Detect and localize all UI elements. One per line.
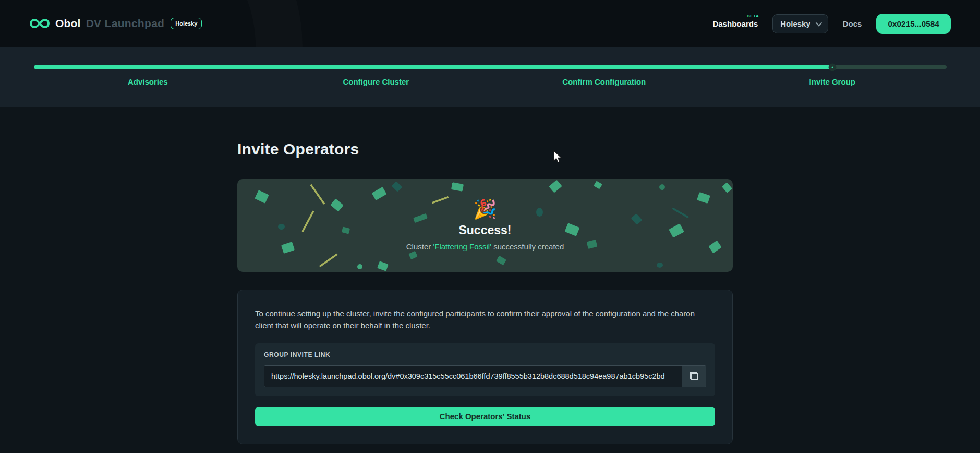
page-title: Invite Operators [237, 140, 980, 158]
beta-tag: BETA [747, 14, 759, 18]
chevron-down-icon [815, 19, 822, 26]
copy-link-button[interactable] [682, 366, 706, 387]
nav-docs-link[interactable]: Docs [843, 19, 862, 28]
step-configure-cluster[interactable]: Configure Cluster [262, 77, 490, 86]
success-title: Success! [458, 223, 511, 237]
group-invite-link-label: GROUP INVITE LINK [264, 351, 706, 359]
brand-name: Obol [55, 17, 81, 30]
step-labels: Advisories Configure Cluster Confirm Con… [34, 77, 947, 86]
brand-product: DV Launchpad [86, 17, 165, 30]
group-invite-link-panel: GROUP INVITE LINK [255, 343, 715, 396]
network-select[interactable]: Holesky [772, 14, 828, 33]
obol-logo-icon [29, 16, 50, 31]
cluster-name: 'Flattering Fossil' [433, 242, 491, 251]
progress-thumb[interactable] [828, 63, 836, 71]
invite-card: To continue setting up the cluster, invi… [237, 290, 733, 444]
brand: Obol DV Launchpad Holesky [29, 16, 202, 31]
network-badge: Holesky [171, 18, 202, 29]
step-confirm-configuration[interactable]: Confirm Configuration [490, 77, 719, 86]
wallet-address-button[interactable]: 0x0215...0584 [876, 14, 951, 34]
network-select-value: Holesky [780, 19, 810, 28]
progress-fill [34, 65, 832, 69]
progress-stepper: Advisories Configure Cluster Confirm Con… [0, 47, 980, 107]
success-message: Cluster 'Flattering Fossil' successfully… [406, 242, 564, 251]
step-advisories[interactable]: Advisories [34, 77, 262, 86]
nav-actions: Dashboards BETA Holesky Docs 0x0215...05… [713, 14, 951, 34]
party-popper-icon: 🎉 [474, 200, 497, 219]
main-content: Invite Operators 🎉 Success! Cluster 'Fla… [0, 107, 980, 444]
success-card: 🎉 Success! Cluster 'Flattering Fossil' s… [237, 179, 733, 272]
check-operators-status-button[interactable]: Check Operators' Status [255, 407, 715, 426]
step-invite-group[interactable]: Invite Group [718, 77, 947, 86]
invite-link-input[interactable] [264, 366, 682, 387]
nav-dashboards-link[interactable]: Dashboards BETA [713, 19, 758, 28]
copy-icon [690, 372, 698, 380]
progress-track [34, 65, 947, 69]
invite-description: To continue setting up the cluster, invi… [255, 307, 709, 332]
top-navbar: Obol DV Launchpad Holesky Dashboards BET… [0, 0, 980, 47]
